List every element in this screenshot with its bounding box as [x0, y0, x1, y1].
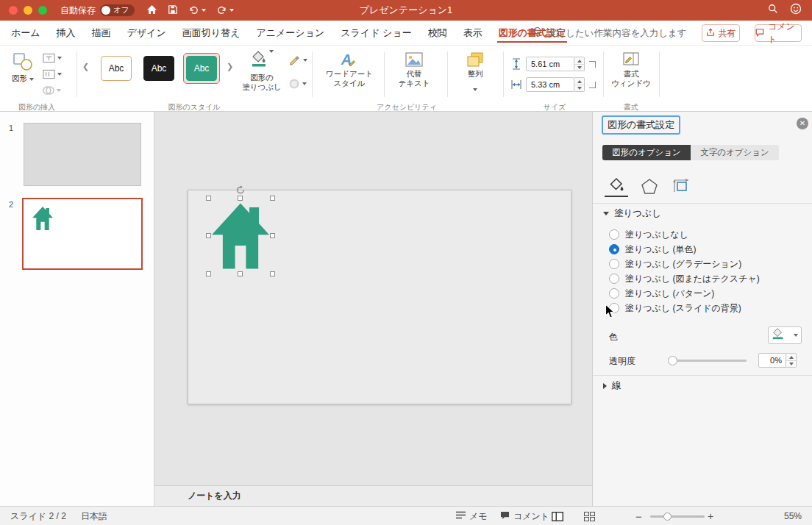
vertical-text-box-button[interactable] — [43, 69, 62, 79]
fill-color-picker-button[interactable] — [768, 326, 802, 344]
shape-style-1[interactable]: Abc — [98, 53, 135, 84]
effects-tab-icon[interactable] — [641, 179, 658, 197]
pane-tab-shape-options[interactable]: 図形のオプション — [602, 145, 691, 160]
tab-insert[interactable]: 挿入 — [49, 21, 84, 45]
comments-button[interactable]: コメント — [755, 24, 802, 42]
gallery-scroll-left[interactable]: ❮ — [82, 62, 89, 71]
fill-option-slide-background[interactable]: 塗りつぶし (スライドの背景) — [609, 301, 741, 315]
zoom-slider[interactable] — [650, 515, 705, 518]
tell-me-assist[interactable]: 実行したい作業内容を入力します — [533, 21, 687, 46]
zoom-level[interactable]: 55% — [784, 507, 802, 525]
fill-option-picture-texture[interactable]: 塗りつぶし (図またはテクスチャ) — [609, 272, 760, 285]
slide-1-thumbnail[interactable] — [24, 123, 141, 186]
slide-2-thumbnail[interactable] — [22, 198, 143, 270]
merge-shapes-button[interactable] — [43, 85, 61, 96]
fill-option-solid[interactable]: 塗りつぶし (単色) — [609, 243, 696, 256]
fill-section-header[interactable]: 塗りつぶし — [603, 207, 661, 220]
comments-toggle-button[interactable]: コメント — [500, 507, 549, 525]
zoom-in-button[interactable]: + — [708, 507, 713, 525]
height-stepper[interactable] — [574, 57, 585, 71]
resize-handle-se[interactable] — [270, 271, 275, 276]
close-window-button[interactable] — [9, 6, 18, 15]
minimize-window-button[interactable] — [24, 6, 32, 15]
lock-aspect-bottom-icon[interactable] — [589, 82, 596, 88]
language-indicator[interactable]: 日本語 — [81, 507, 107, 525]
transparency-stepper[interactable] — [786, 353, 797, 368]
normal-view-button[interactable] — [552, 507, 563, 525]
comment-bubble-icon — [500, 511, 510, 522]
resize-handle-e[interactable] — [270, 233, 275, 238]
transparency-value-input[interactable]: 0% — [758, 353, 786, 368]
shape-fill-button[interactable]: 図形の 塗りつぶし — [237, 50, 287, 91]
shape-style-3[interactable]: Abc — [183, 53, 220, 84]
wordart-styles-button[interactable]: A ワードアート スタイル — [319, 50, 380, 88]
fill-option-gradient[interactable]: 塗りつぶし (グラデーション) — [609, 257, 741, 271]
radio-icon[interactable] — [609, 288, 619, 299]
transparency-slider-knob[interactable] — [668, 356, 677, 365]
radio-icon[interactable] — [609, 244, 619, 254]
tab-animations[interactable]: アニメーション — [248, 21, 332, 45]
save-icon[interactable] — [168, 4, 178, 17]
tab-slideshow[interactable]: スライド ショー — [332, 21, 419, 45]
group-label-shape-styles: 図形のスタイル — [79, 102, 309, 113]
tab-review[interactable]: 校閲 — [420, 21, 455, 45]
alt-text-button[interactable]: 代替 テキスト — [388, 50, 440, 88]
arrange-button[interactable]: 整列 — [452, 50, 499, 94]
shape-effects-button[interactable] — [288, 78, 307, 90]
radio-icon[interactable] — [609, 229, 619, 240]
shape-outline-button[interactable] — [288, 54, 307, 66]
notes-input[interactable]: ノートを入力 — [154, 485, 592, 506]
tab-home[interactable]: ホーム — [3, 21, 49, 45]
radio-icon[interactable] — [609, 274, 619, 284]
comments-label: コメント — [768, 21, 801, 46]
shape-style-2[interactable]: Abc — [140, 53, 177, 84]
shape-selection-box[interactable] — [209, 199, 272, 274]
notes-toggle-button[interactable]: メモ — [456, 507, 488, 525]
step-down-icon — [789, 362, 794, 365]
resize-handle-sw[interactable] — [206, 271, 211, 276]
line-section-header[interactable]: 線 — [603, 379, 622, 392]
size-properties-tab-icon[interactable] — [672, 178, 690, 197]
redo-button[interactable] — [216, 5, 234, 15]
width-stepper[interactable] — [574, 77, 585, 92]
close-pane-button[interactable]: ✕ — [797, 118, 808, 129]
autosave-toggle[interactable]: 自動保存 オフ — [60, 4, 135, 17]
wordart-label-1: ワードアート — [319, 69, 380, 79]
lock-aspect-top-icon[interactable] — [589, 61, 596, 68]
house-shape[interactable] — [212, 201, 269, 271]
transparency-slider[interactable] — [669, 360, 747, 362]
text-box-button[interactable] — [43, 53, 62, 63]
fullscreen-window-button[interactable] — [38, 6, 47, 15]
search-icon[interactable] — [768, 4, 778, 17]
pane-tab-text-options[interactable]: 文字のオプション — [691, 145, 779, 160]
radio-icon[interactable] — [609, 259, 619, 269]
tab-view[interactable]: 表示 — [455, 21, 491, 45]
tab-transitions[interactable]: 画面切り替え — [174, 21, 249, 45]
share-button[interactable]: 共有 — [702, 24, 740, 42]
fill-and-line-tab-icon[interactable] — [608, 176, 625, 197]
zoom-out-button[interactable]: − — [635, 507, 642, 525]
undo-button[interactable] — [188, 5, 206, 15]
insert-shape-button[interactable]: 図形 — [7, 50, 38, 83]
zoom-slider-knob[interactable] — [663, 512, 672, 521]
tab-draw[interactable]: 描画 — [84, 21, 119, 45]
gallery-scroll-right[interactable]: ❯ — [227, 62, 233, 71]
shape-height-input[interactable]: 5.61 cm — [526, 57, 574, 71]
resize-handle-ne[interactable] — [270, 196, 275, 201]
format-pane-button[interactable]: 書式 ウィンドウ — [608, 50, 655, 88]
notes-icon — [456, 511, 466, 521]
resize-handle-s[interactable] — [238, 271, 243, 276]
fill-option-none[interactable]: 塗りつぶしなし — [609, 228, 688, 241]
resize-handle-w[interactable] — [206, 233, 211, 238]
resize-handle-n[interactable] — [238, 196, 243, 201]
fill-option-pattern[interactable]: 塗りつぶし (パターン) — [609, 287, 714, 300]
account-smiley-icon[interactable] — [790, 3, 802, 18]
resize-handle-nw[interactable] — [206, 196, 211, 201]
home-icon[interactable] — [146, 4, 157, 17]
tab-design[interactable]: デザイン — [119, 21, 174, 45]
shape-width-input[interactable]: 5.33 cm — [526, 77, 574, 92]
wordart-label-2: スタイル — [319, 79, 380, 88]
slide-sorter-view-button[interactable] — [584, 507, 595, 525]
share-label: 共有 — [719, 27, 736, 40]
transparency-label: 透明度 — [609, 355, 635, 368]
